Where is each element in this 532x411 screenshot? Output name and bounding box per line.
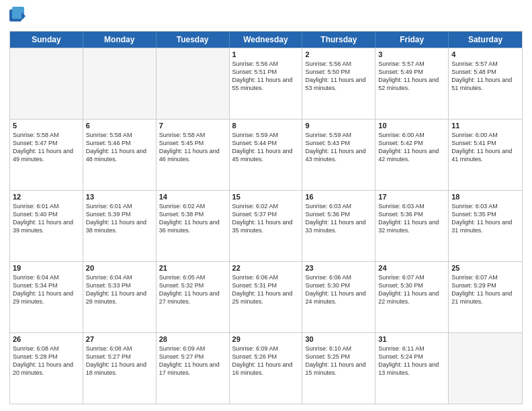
calendar-cell: 4Sunrise: 5:57 AM Sunset: 5:48 PM Daylig…	[449, 48, 522, 119]
day-number: 17	[378, 193, 445, 201]
calendar-cell: 3Sunrise: 5:57 AM Sunset: 5:49 PM Daylig…	[375, 48, 449, 119]
calendar-cell	[449, 333, 522, 404]
day-number: 12	[13, 193, 80, 201]
day-number: 1	[232, 50, 300, 58]
cell-info: Sunrise: 6:11 AM Sunset: 5:24 PM Dayligh…	[378, 345, 445, 377]
day-number: 10	[378, 122, 445, 130]
cell-info: Sunrise: 6:01 AM Sunset: 5:40 PM Dayligh…	[13, 202, 80, 235]
calendar-row: 5Sunrise: 5:58 AM Sunset: 5:47 PM Daylig…	[10, 119, 522, 190]
day-number: 13	[86, 193, 153, 201]
calendar-cell	[83, 48, 157, 119]
calendar-cell: 20Sunrise: 6:04 AM Sunset: 5:33 PM Dayli…	[83, 262, 157, 332]
cell-info: Sunrise: 5:58 AM Sunset: 5:47 PM Dayligh…	[13, 131, 80, 164]
calendar-header-cell: Sunday	[10, 32, 83, 48]
calendar-cell: 28Sunrise: 6:09 AM Sunset: 5:27 PM Dayli…	[157, 333, 230, 404]
calendar-cell: 6Sunrise: 5:58 AM Sunset: 5:46 PM Daylig…	[83, 120, 157, 190]
calendar-cell: 8Sunrise: 5:59 AM Sunset: 5:44 PM Daylig…	[230, 120, 303, 190]
day-number: 8	[232, 122, 300, 130]
cell-info: Sunrise: 5:58 AM Sunset: 5:45 PM Dayligh…	[159, 131, 226, 164]
cell-info: Sunrise: 6:00 AM Sunset: 5:42 PM Dayligh…	[378, 131, 445, 164]
cell-info: Sunrise: 6:09 AM Sunset: 5:26 PM Dayligh…	[232, 345, 300, 377]
calendar-cell: 13Sunrise: 6:01 AM Sunset: 5:39 PM Dayli…	[83, 191, 157, 261]
cell-info: Sunrise: 6:07 AM Sunset: 5:30 PM Dayligh…	[378, 273, 445, 306]
cell-info: Sunrise: 6:08 AM Sunset: 5:27 PM Dayligh…	[86, 345, 153, 377]
calendar-header-cell: Wednesday	[230, 32, 303, 48]
calendar-header-cell: Monday	[83, 32, 157, 48]
day-number: 21	[159, 264, 226, 272]
calendar-cell: 26Sunrise: 6:08 AM Sunset: 5:28 PM Dayli…	[10, 333, 83, 404]
cell-info: Sunrise: 6:09 AM Sunset: 5:27 PM Dayligh…	[159, 345, 226, 377]
calendar-cell: 18Sunrise: 6:03 AM Sunset: 5:35 PM Dayli…	[449, 191, 522, 261]
calendar-cell: 21Sunrise: 6:05 AM Sunset: 5:32 PM Dayli…	[157, 262, 230, 332]
day-number: 29	[232, 335, 300, 343]
calendar-cell: 9Sunrise: 5:59 AM Sunset: 5:43 PM Daylig…	[302, 120, 375, 190]
calendar-cell: 15Sunrise: 6:02 AM Sunset: 5:37 PM Dayli…	[230, 191, 303, 261]
day-number: 15	[232, 193, 300, 201]
calendar-cell: 1Sunrise: 5:56 AM Sunset: 5:51 PM Daylig…	[230, 48, 303, 119]
calendar-cell: 2Sunrise: 5:56 AM Sunset: 5:50 PM Daylig…	[302, 48, 375, 119]
cell-info: Sunrise: 6:03 AM Sunset: 5:36 PM Dayligh…	[378, 202, 445, 235]
day-number: 5	[13, 122, 80, 130]
cell-info: Sunrise: 5:56 AM Sunset: 5:51 PM Dayligh…	[232, 60, 300, 93]
calendar-row: 12Sunrise: 6:01 AM Sunset: 5:40 PM Dayli…	[10, 190, 522, 261]
calendar-page: SundayMondayTuesdayWednesdayThursdayFrid…	[0, 0, 532, 411]
page-header	[9, 7, 523, 26]
day-number: 2	[305, 50, 372, 58]
day-number: 4	[451, 50, 519, 58]
day-number: 19	[13, 264, 80, 272]
calendar-cell	[10, 48, 83, 119]
cell-info: Sunrise: 6:06 AM Sunset: 5:30 PM Dayligh…	[305, 273, 372, 306]
day-number: 22	[232, 264, 300, 272]
cell-info: Sunrise: 6:03 AM Sunset: 5:36 PM Dayligh…	[305, 202, 372, 235]
day-number: 23	[305, 264, 372, 272]
calendar-row: 26Sunrise: 6:08 AM Sunset: 5:28 PM Dayli…	[10, 332, 522, 404]
day-number: 20	[86, 264, 153, 272]
calendar-cell: 14Sunrise: 6:02 AM Sunset: 5:38 PM Dayli…	[157, 191, 230, 261]
cell-info: Sunrise: 6:03 AM Sunset: 5:35 PM Dayligh…	[451, 202, 519, 235]
day-number: 26	[13, 335, 80, 343]
calendar-cell	[157, 48, 230, 119]
day-number: 30	[305, 335, 372, 343]
calendar-cell: 10Sunrise: 6:00 AM Sunset: 5:42 PM Dayli…	[375, 120, 449, 190]
calendar-cell: 25Sunrise: 6:07 AM Sunset: 5:29 PM Dayli…	[449, 262, 522, 332]
cell-info: Sunrise: 6:06 AM Sunset: 5:31 PM Dayligh…	[232, 273, 300, 306]
calendar-cell: 12Sunrise: 6:01 AM Sunset: 5:40 PM Dayli…	[10, 191, 83, 261]
cell-info: Sunrise: 6:07 AM Sunset: 5:29 PM Dayligh…	[451, 273, 519, 306]
day-number: 25	[451, 264, 519, 272]
calendar-cell: 5Sunrise: 5:58 AM Sunset: 5:47 PM Daylig…	[10, 120, 83, 190]
cell-info: Sunrise: 6:02 AM Sunset: 5:37 PM Dayligh…	[232, 202, 300, 235]
cell-info: Sunrise: 6:08 AM Sunset: 5:28 PM Dayligh…	[13, 345, 80, 377]
calendar-header-cell: Friday	[375, 32, 449, 48]
cell-info: Sunrise: 5:57 AM Sunset: 5:49 PM Dayligh…	[378, 60, 445, 93]
day-number: 28	[159, 335, 226, 343]
calendar: SundayMondayTuesdayWednesdayThursdayFrid…	[9, 31, 523, 404]
cell-info: Sunrise: 6:05 AM Sunset: 5:32 PM Dayligh…	[159, 273, 226, 306]
day-number: 6	[86, 122, 153, 130]
calendar-cell: 29Sunrise: 6:09 AM Sunset: 5:26 PM Dayli…	[230, 333, 303, 404]
day-number: 27	[86, 335, 153, 343]
calendar-cell: 17Sunrise: 6:03 AM Sunset: 5:36 PM Dayli…	[375, 191, 449, 261]
cell-info: Sunrise: 5:57 AM Sunset: 5:48 PM Dayligh…	[451, 60, 519, 93]
calendar-cell: 23Sunrise: 6:06 AM Sunset: 5:30 PM Dayli…	[302, 262, 375, 332]
calendar-header-cell: Tuesday	[157, 32, 230, 48]
cell-info: Sunrise: 6:10 AM Sunset: 5:25 PM Dayligh…	[305, 345, 372, 377]
calendar-cell: 24Sunrise: 6:07 AM Sunset: 5:30 PM Dayli…	[375, 262, 449, 332]
cell-info: Sunrise: 6:02 AM Sunset: 5:38 PM Dayligh…	[159, 202, 226, 235]
day-number: 24	[378, 264, 445, 272]
cell-info: Sunrise: 6:04 AM Sunset: 5:33 PM Dayligh…	[86, 273, 153, 306]
day-number: 11	[451, 122, 519, 130]
calendar-cell: 30Sunrise: 6:10 AM Sunset: 5:25 PM Dayli…	[302, 333, 375, 404]
logo	[9, 7, 28, 26]
cell-info: Sunrise: 5:58 AM Sunset: 5:46 PM Dayligh…	[86, 131, 153, 164]
logo-icon	[9, 7, 26, 26]
day-number: 14	[159, 193, 226, 201]
calendar-cell: 7Sunrise: 5:58 AM Sunset: 5:45 PM Daylig…	[157, 120, 230, 190]
cell-info: Sunrise: 5:59 AM Sunset: 5:44 PM Dayligh…	[232, 131, 300, 164]
day-number: 7	[159, 122, 226, 130]
calendar-cell: 27Sunrise: 6:08 AM Sunset: 5:27 PM Dayli…	[83, 333, 157, 404]
calendar-body: 1Sunrise: 5:56 AM Sunset: 5:51 PM Daylig…	[10, 48, 522, 404]
calendar-header-row: SundayMondayTuesdayWednesdayThursdayFrid…	[10, 32, 522, 48]
calendar-header-cell: Saturday	[449, 32, 522, 48]
cell-info: Sunrise: 6:01 AM Sunset: 5:39 PM Dayligh…	[86, 202, 153, 235]
cell-info: Sunrise: 6:04 AM Sunset: 5:34 PM Dayligh…	[13, 273, 80, 306]
